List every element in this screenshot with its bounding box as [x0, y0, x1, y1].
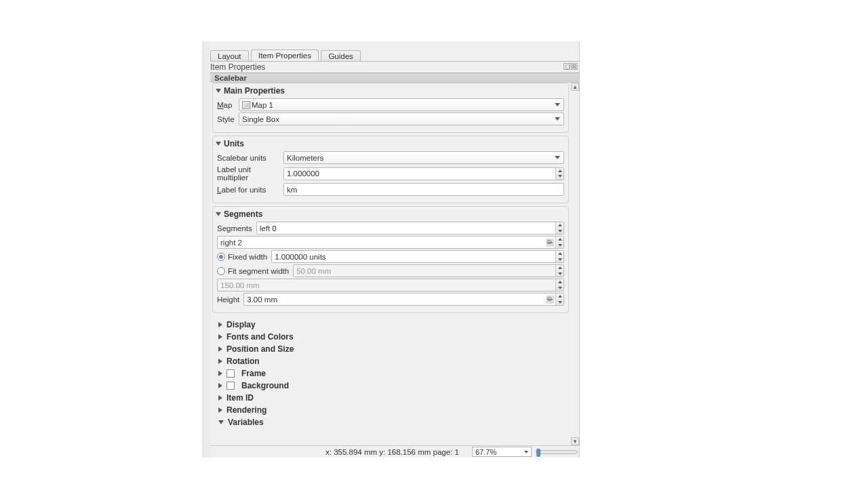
- section-frame[interactable]: Frame: [218, 369, 568, 378]
- panel-gutter: [203, 41, 210, 458]
- tab-divider: [210, 61, 579, 62]
- fit-segment-radio-row[interactable]: Fit segment width: [217, 267, 289, 275]
- data-defined-icon[interactable]: [546, 239, 554, 247]
- spinner-buttons: [555, 265, 564, 277]
- group-units: Units Scalebar units Kilometers Label un…: [212, 136, 569, 203]
- section-position-size[interactable]: Position and Size: [218, 344, 568, 354]
- style-label: Style: [217, 115, 235, 123]
- segments-left-spinner[interactable]: left 0: [256, 222, 564, 235]
- properties-panel: Layout Item Properties Guides Item Prope…: [202, 41, 580, 458]
- units-header[interactable]: Units: [216, 139, 564, 148]
- scroll-down-icon[interactable]: ▼: [571, 437, 579, 445]
- panel-title: Item Properties: [210, 62, 265, 72]
- multiplier-spinner[interactable]: 1.000000: [283, 167, 564, 180]
- fixed-width-spinner[interactable]: 1.000000 units: [271, 250, 564, 263]
- group-segments: Segments Segments left 0 right 2 Fix: [212, 206, 569, 313]
- radio-fixed-width-icon[interactable]: [217, 253, 225, 261]
- status-coords: x: 355.894 mm y: 168.156 mm page: 1: [326, 448, 459, 456]
- radio-fit-segment-icon[interactable]: [217, 267, 225, 275]
- section-item-id[interactable]: Item ID: [218, 393, 568, 403]
- spinner-buttons[interactable]: [555, 222, 564, 234]
- map-dropdown[interactable]: Map 1: [239, 98, 564, 111]
- collapsed-sections: Display Fonts and Colors Position and Si…: [210, 316, 571, 427]
- scalebar-units-label: Scalebar units: [217, 154, 279, 162]
- tab-item-properties[interactable]: Item Properties: [251, 49, 319, 62]
- tab-guides[interactable]: Guides: [321, 50, 360, 62]
- frame-checkbox[interactable]: [226, 369, 235, 378]
- vertical-scrollbar[interactable]: ▲ ▼: [571, 83, 579, 445]
- height-spinner[interactable]: 3.00 mm: [243, 293, 564, 306]
- label-for-units-label: Label for units: [217, 186, 279, 194]
- group-main-properties: Main Properties Map Map 1 Style Single B…: [212, 83, 569, 133]
- item-type-header: Scalebar: [210, 73, 579, 83]
- section-variables[interactable]: Variables: [218, 418, 568, 427]
- tab-layout[interactable]: Layout: [210, 50, 249, 62]
- section-rendering[interactable]: Rendering: [218, 405, 568, 415]
- fit-min-spinner: 50.00 mm: [293, 264, 564, 277]
- section-display[interactable]: Display: [218, 320, 568, 329]
- multiplier-label: Label unit multiplier: [217, 165, 279, 182]
- section-rotation[interactable]: Rotation: [218, 357, 568, 366]
- map-icon: [242, 101, 250, 109]
- style-dropdown[interactable]: Single Box: [239, 113, 564, 125]
- segments-right-spinner[interactable]: right 2: [217, 236, 564, 249]
- map-label: Map: [217, 101, 235, 109]
- label-for-units-input[interactable]: km: [283, 183, 564, 196]
- spinner-buttons[interactable]: [555, 251, 564, 262]
- scalebar-units-dropdown[interactable]: Kilometers: [283, 151, 564, 164]
- fixed-width-radio-row[interactable]: Fixed width: [217, 253, 267, 261]
- background-checkbox[interactable]: [226, 382, 235, 390]
- panel-tabs: Layout Item Properties Guides: [210, 48, 579, 60]
- spinner-buttons[interactable]: [555, 293, 564, 305]
- zoom-dropdown[interactable]: 67.7%: [472, 447, 532, 457]
- segments-label: Segments: [217, 224, 252, 232]
- zoom-slider[interactable]: [536, 450, 578, 454]
- segments-header[interactable]: Segments: [216, 209, 564, 219]
- section-fonts-colors[interactable]: Fonts and Colors: [218, 332, 568, 342]
- height-label: Height: [217, 296, 239, 304]
- undock-icon[interactable]: ◻: [564, 63, 570, 70]
- main-properties-header[interactable]: Main Properties: [216, 86, 564, 96]
- section-background[interactable]: Background: [218, 381, 568, 390]
- spinner-buttons[interactable]: [555, 237, 564, 248]
- close-panel-icon[interactable]: ⊠: [571, 63, 578, 70]
- data-defined-icon[interactable]: [546, 296, 554, 304]
- spinner-buttons[interactable]: [555, 168, 564, 180]
- status-bar: x: 355.894 mm y: 168.156 mm page: 1 67.7…: [210, 445, 579, 458]
- zoom-slider-thumb[interactable]: [536, 449, 540, 457]
- spinner-buttons: [555, 279, 564, 291]
- properties-scroll-area: Main Properties Map Map 1 Style Single B…: [210, 83, 571, 445]
- fit-max-spinner: 150.00 mm: [217, 279, 564, 291]
- scroll-up-icon[interactable]: ▲: [571, 83, 579, 91]
- panel-window-buttons: ◻ ⊠: [564, 63, 578, 70]
